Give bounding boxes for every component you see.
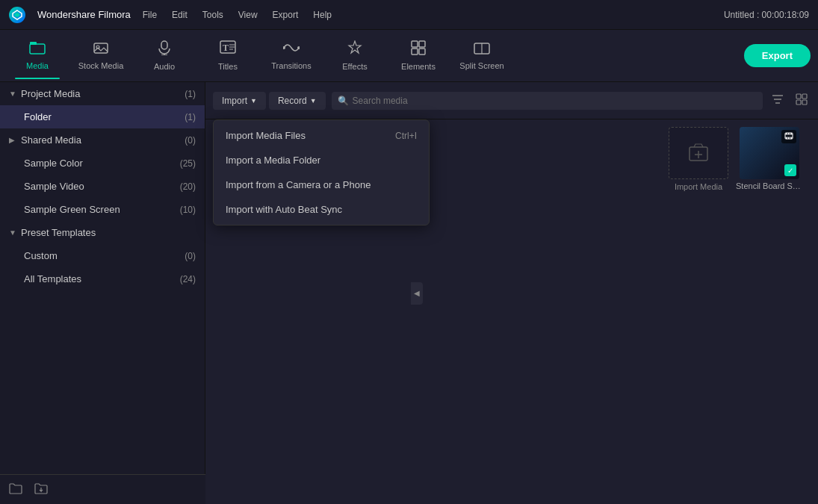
svg-rect-41 [791, 137, 793, 139]
stencil-board-thumb: ✓ [740, 127, 799, 179]
project-media-arrow: ▼ [9, 90, 21, 98]
custom-label: Custom [24, 250, 185, 261]
sidebar-bottom [0, 474, 205, 504]
toolbar-item-titles[interactable]: T Titles [198, 34, 258, 78]
stock-media-icon [93, 41, 109, 58]
svg-rect-37 [788, 133, 790, 134]
grid-view-icon[interactable] [793, 90, 811, 111]
audio-icon [158, 40, 171, 59]
project-media-label: Project Media [21, 88, 185, 99]
toolbar-item-split-screen[interactable]: Split Screen [452, 34, 512, 78]
titlebar-left: Wondershare Filmora File Edit Tools View… [9, 7, 332, 23]
svg-rect-6 [161, 41, 167, 49]
menu-file[interactable]: File [143, 10, 157, 20]
stencil-board-item[interactable]: ✓ Stencil Board Show A -N... [736, 127, 803, 191]
sample-color-count: (25) [180, 158, 196, 169]
menu-edit[interactable]: Edit [172, 10, 188, 20]
import-beat-sync-label: Import with Auto Beat Sync [226, 204, 342, 215]
sidebar-item-sample-green-screen[interactable]: Sample Green Screen (10) [0, 198, 205, 221]
check-icon: ✓ [784, 164, 796, 176]
sidebar: ▼ Project Media (1) Folder (1) ▶ Shared … [0, 82, 205, 504]
menu-help[interactable]: Help [313, 10, 332, 20]
folder-count: (1) [185, 112, 196, 122]
dropdown-item-import-folder[interactable]: Import a Media Folder [214, 148, 429, 172]
toolbar-item-elements[interactable]: Elements [388, 34, 448, 78]
record-label: Record [278, 96, 307, 106]
svg-marker-16 [349, 41, 361, 53]
effects-label: Effects [342, 62, 367, 71]
content-header: Import ▼ Record ▼ 🔍 [205, 82, 818, 119]
dropdown-item-import-files[interactable]: Import Media Files Ctrl+I [214, 123, 429, 148]
svg-rect-29 [802, 100, 807, 105]
sidebar-collapse-handle[interactable]: ◀ [411, 282, 423, 305]
svg-rect-18 [419, 41, 425, 47]
preset-templates-arrow: ▼ [9, 228, 21, 237]
sidebar-bottom-bar [0, 474, 205, 504]
sidebar-item-sample-video[interactable]: Sample Video (20) [0, 175, 205, 198]
titlebar-menu: File Edit Tools View Export Help [143, 10, 332, 20]
dropdown-item-import-beat-sync[interactable]: Import with Auto Beat Sync [214, 197, 429, 222]
toolbar-item-effects[interactable]: Effects [325, 34, 385, 78]
stencil-board-label: Stencil Board Show A -N... [736, 181, 803, 190]
toolbar-item-stock-media[interactable]: Stock Media [71, 34, 131, 78]
new-folder-icon[interactable] [9, 482, 22, 497]
import-button[interactable]: Import ▼ [213, 92, 266, 110]
export-button[interactable]: Export [744, 44, 811, 67]
record-button[interactable]: Record ▼ [269, 92, 326, 110]
import-label: Import [222, 96, 247, 106]
import-folder-label: Import a Media Folder [226, 155, 320, 166]
sidebar-item-folder[interactable]: Folder (1) [0, 105, 205, 128]
app-logo [9, 7, 25, 23]
search-icon: 🔍 [338, 96, 349, 106]
import-record-group: Import ▼ Record ▼ [213, 92, 326, 110]
filter-icon[interactable] [769, 91, 787, 111]
toolbar-item-media[interactable]: Media [7, 34, 67, 78]
app-name: Wondershare Filmora [37, 9, 131, 20]
all-templates-count: (24) [180, 274, 196, 284]
sidebar-item-all-templates[interactable]: All Templates (24) [0, 267, 205, 290]
svg-rect-28 [796, 100, 801, 105]
content-area: Import ▼ Record ▼ 🔍 [205, 82, 818, 504]
transitions-label: Transitions [271, 61, 311, 70]
import-camera-label: Import from a Camera or a Phone [226, 179, 371, 190]
sidebar-section-preset-templates[interactable]: ▼ Preset Templates [0, 221, 205, 244]
import-arrow-icon: ▼ [250, 97, 257, 105]
shared-media-count: (0) [185, 135, 196, 146]
split-screen-label: Split Screen [459, 61, 503, 70]
transitions-icon [283, 41, 300, 58]
audio-label: Audio [154, 62, 175, 71]
toolbar-item-transitions[interactable]: Transitions [261, 34, 321, 78]
menu-export[interactable]: Export [273, 10, 299, 20]
all-templates-label: All Templates [24, 273, 180, 284]
sample-video-label: Sample Video [24, 181, 180, 192]
svg-rect-26 [796, 94, 801, 99]
media-label: Media [26, 61, 49, 70]
sample-green-screen-count: (10) [180, 205, 196, 215]
svg-text:T: T [223, 43, 229, 53]
svg-rect-36 [786, 133, 787, 134]
shared-media-label: Shared Media [21, 134, 185, 146]
toolbar-item-audio[interactable]: Audio [134, 34, 194, 78]
film-icon [781, 130, 796, 143]
search-input[interactable] [332, 92, 763, 110]
import-media-item[interactable]: Import Media [669, 127, 728, 191]
svg-rect-38 [791, 133, 793, 134]
svg-rect-19 [412, 49, 418, 55]
elements-label: Elements [401, 62, 436, 71]
svg-rect-4 [94, 43, 108, 53]
svg-rect-2 [30, 44, 45, 54]
svg-rect-27 [802, 94, 807, 99]
menu-tools[interactable]: Tools [202, 10, 223, 20]
search-container: 🔍 [332, 92, 763, 110]
folder-label: Folder [24, 111, 185, 122]
sidebar-section-project-media[interactable]: ▼ Project Media (1) [0, 82, 205, 105]
titles-icon: T [220, 40, 236, 59]
sidebar-item-custom[interactable]: Custom (0) [0, 244, 205, 267]
menu-view[interactable]: View [238, 10, 258, 20]
dropdown-item-import-camera[interactable]: Import from a Camera or a Phone [214, 172, 429, 197]
svg-rect-39 [786, 137, 787, 139]
effects-icon [347, 40, 362, 59]
import-folder-icon[interactable] [34, 482, 48, 497]
sidebar-section-shared-media[interactable]: ▶ Shared Media (0) [0, 128, 205, 152]
sidebar-item-sample-color[interactable]: Sample Color (25) [0, 152, 205, 175]
